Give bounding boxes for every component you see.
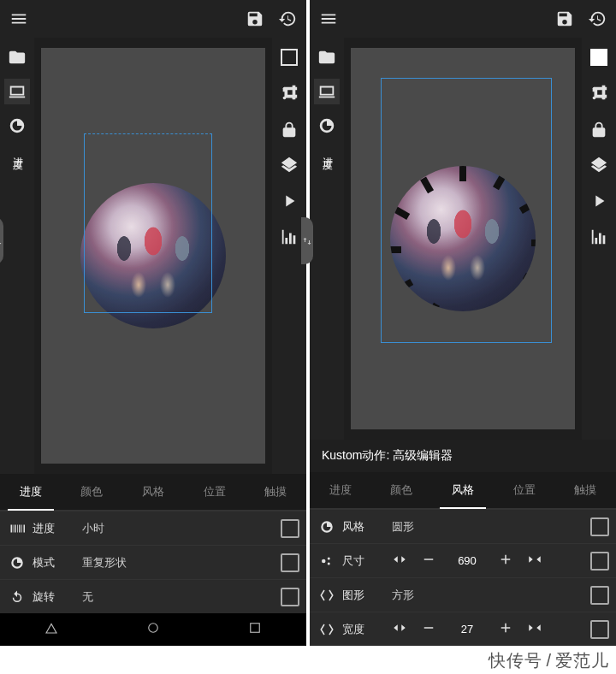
editor: 进度 [310,38,616,440]
decrease-icon[interactable] [421,552,436,570]
decrease-icon[interactable] [421,620,436,638]
fast-increase-icon[interactable] [527,620,542,638]
prop-value: 重复形状 [82,555,281,571]
prop-label: 风格 [342,519,383,535]
tab-touch[interactable]: 触摸 [245,474,306,510]
barcode-icon [7,521,27,536]
layers-icon[interactable] [586,152,612,178]
prop-label: 宽度 [342,622,383,637]
play-icon[interactable] [276,188,302,214]
drawer-handle[interactable] [0,217,3,264]
save-icon[interactable] [245,9,265,29]
stepper-value: 690 [450,554,484,567]
canvas[interactable] [351,48,575,429]
increase-icon[interactable] [498,620,513,638]
checkbox[interactable] [281,519,299,538]
fast-decrease-icon[interactable] [392,552,407,570]
editor: 进度 [0,38,306,474]
crop-icon[interactable] [276,80,302,106]
chart-icon[interactable] [276,224,302,250]
checkbox[interactable] [281,588,299,606]
stepper: 27 [392,620,590,638]
layers-icon[interactable] [276,152,302,178]
prop-row-风格[interactable]: 风格圆形 [310,509,616,543]
tab-position[interactable]: 位置 [184,474,246,510]
progress-tool-icon[interactable] [314,113,340,139]
prop-value: 方形 [392,588,590,603]
donut-icon [317,519,337,535]
property-tabs: 进度颜色风格位置触摸 [310,472,616,509]
checkbox[interactable] [590,517,609,536]
prop-row-图形[interactable]: 图形方形 [310,577,616,612]
prop-value: 圆形 [392,519,590,535]
nav-home-icon[interactable] [145,620,161,639]
prop-row-尺寸[interactable]: 尺寸 690 [310,543,616,577]
folder-icon[interactable] [4,44,30,70]
tab-style[interactable]: 风格 [122,474,184,510]
tab-position[interactable]: 位置 [494,472,555,508]
checkbox[interactable] [590,552,609,571]
folder-icon[interactable] [314,44,340,70]
android-navbar [0,613,306,646]
tab-style[interactable]: 风格 [432,472,494,508]
lock-icon[interactable] [276,116,302,142]
watermark: 快传号/爱范儿 [489,649,609,672]
donut-icon [7,555,27,571]
menu-icon[interactable] [318,9,339,29]
progress-tool-icon[interactable] [4,113,30,139]
active-tool-label: 进度 [320,149,335,152]
shape-icon[interactable] [276,44,302,70]
nav-back-icon[interactable] [44,620,59,639]
fast-decrease-icon[interactable] [392,620,407,638]
checkbox[interactable] [281,553,299,572]
history-icon[interactable] [587,9,607,29]
tab-color[interactable]: 颜色 [371,472,433,508]
selection-outline[interactable] [84,133,212,313]
nav-recent-icon[interactable] [247,620,263,639]
shape-icon[interactable] [586,44,612,70]
property-list: 风格圆形 尺寸 690 图形方形 宽度 27 [310,509,616,646]
topbar [310,0,616,38]
drawer-handle[interactable] [301,217,313,264]
tab-color[interactable]: 颜色 [62,474,123,510]
selection-outline[interactable] [381,78,552,343]
prop-value: 小时 [82,521,281,536]
arrows-icon [317,588,337,603]
stepper: 690 [392,552,590,570]
rotate-icon [7,589,27,605]
arrows-icon [317,622,337,637]
background-icon[interactable] [314,79,340,104]
background-icon[interactable] [4,79,30,104]
prop-label: 模式 [33,555,74,571]
panel-title: Kustom动作: 高级编辑器 [310,440,616,472]
left-toolbar: 进度 [310,38,344,440]
prop-value: 无 [82,589,281,605]
menu-icon[interactable] [9,9,29,29]
tab-touch[interactable]: 触摸 [554,472,616,508]
dots-icon [317,553,337,569]
prop-label: 尺寸 [342,553,383,569]
fast-increase-icon[interactable] [527,552,542,570]
prop-row-旋转[interactable]: 旋转无 [0,579,306,613]
checkbox[interactable] [590,586,609,605]
tab-progress[interactable]: 进度 [0,474,62,510]
stepper-value: 27 [450,623,484,636]
left-screen: 进度 进度颜色风格位置触摸 进度小时 模式重复形状 旋转无 [0,0,306,646]
prop-row-宽度[interactable]: 宽度 27 [310,612,616,646]
play-icon[interactable] [586,188,612,214]
crop-icon[interactable] [586,80,612,106]
tab-progress[interactable]: 进度 [310,472,371,508]
increase-icon[interactable] [498,552,513,570]
left-toolbar: 进度 [0,38,34,474]
lock-icon[interactable] [586,116,612,142]
prop-row-进度[interactable]: 进度小时 [0,511,306,545]
checkbox[interactable] [590,620,609,639]
save-icon[interactable] [554,9,575,29]
property-tabs: 进度颜色风格位置触摸 [0,474,306,511]
prop-label: 图形 [342,588,383,603]
chart-icon[interactable] [586,224,612,250]
history-icon[interactable] [277,9,298,29]
prop-row-模式[interactable]: 模式重复形状 [0,545,306,579]
canvas[interactable] [41,48,265,464]
active-tool-label: 进度 [10,149,25,152]
